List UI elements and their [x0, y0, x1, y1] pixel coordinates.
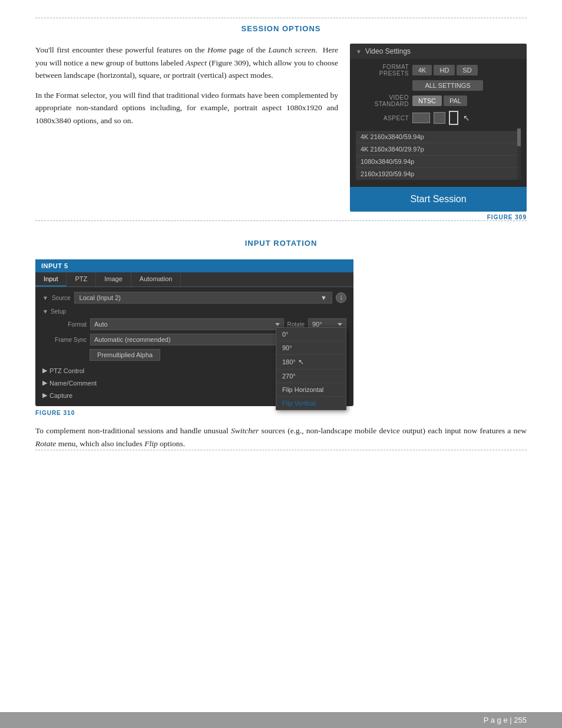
- format-list: 4K 2160x3840/59.94p 4K 2160x3840/29.97p …: [356, 131, 521, 180]
- video-standard-label: VIDEO STANDARD: [356, 94, 409, 107]
- scrollbar[interactable]: [517, 129, 521, 180]
- input-rotation-section: INPUT ROTATION INPUT 5 Input PTZ Image A…: [35, 233, 527, 450]
- video-standard-buttons: NTSC PAL: [412, 95, 467, 106]
- input5-header: INPUT 5: [35, 259, 353, 272]
- format-item-2[interactable]: 1080x3840/59.94p: [356, 156, 521, 168]
- btn-hd[interactable]: HD: [434, 65, 455, 75]
- format-list-wrapper: 4K 2160x3840/59.94p 4K 2160x3840/29.97p …: [356, 129, 521, 180]
- vs-header: ▼ Video Settings: [350, 44, 527, 59]
- format-item-1[interactable]: 4K 2160x3840/29.97p: [356, 143, 521, 156]
- aspect-row: ASPECT ↖: [356, 111, 521, 125]
- page-number: P a g e | 255: [484, 716, 527, 724]
- start-session-button[interactable]: Start Session: [350, 187, 527, 212]
- btn-sd[interactable]: SD: [457, 65, 477, 75]
- setup-header: ▼ Setup: [42, 308, 346, 315]
- btn-4k[interactable]: 4K: [412, 65, 432, 75]
- ptz-control-label: PTZ Control: [49, 367, 84, 374]
- rotate-option-1[interactable]: 90°: [276, 341, 346, 355]
- figure-310-caption: FIGURE 310: [35, 410, 527, 416]
- tab-ptz[interactable]: PTZ: [67, 272, 96, 286]
- format-presets-label: FORMAT PRESETS: [356, 64, 409, 77]
- framesync-value: Automatic (recommended): [94, 336, 171, 343]
- input5-panel: INPUT 5 Input PTZ Image Automation ▼ Sou…: [35, 259, 353, 406]
- video-settings-panel: ▼ Video Settings FORMAT PRESETS 4K HD SD: [350, 44, 527, 220]
- setup-collapse-icon[interactable]: ▼: [42, 308, 48, 315]
- vs-collapse-arrow[interactable]: ▼: [356, 48, 362, 55]
- ptz-collapse-icon: ▶: [42, 367, 47, 374]
- source-value[interactable]: Local (Input 2) ▼: [74, 292, 332, 304]
- tab-image[interactable]: Image: [96, 272, 131, 286]
- setup-label: Setup: [51, 308, 66, 315]
- video-standard-row: VIDEO STANDARD NTSC PAL: [356, 94, 521, 107]
- cursor-icon: ↖: [463, 113, 470, 123]
- session-options-section: SESSION OPTIONS You'll first encounter t…: [35, 18, 527, 221]
- source-label: ▼: [42, 295, 48, 301]
- page-footer: P a g e | 255: [0, 712, 562, 728]
- rotate-dropdown-arrow: [338, 323, 342, 326]
- btn-pal[interactable]: PAL: [444, 95, 467, 106]
- name-comment-label: Name/Comment: [49, 380, 97, 387]
- capture-label: Capture: [49, 392, 72, 399]
- vs-container: ▼ Video Settings FORMAT PRESETS 4K HD SD: [350, 44, 527, 212]
- rotate-option-3[interactable]: 270°: [276, 370, 346, 383]
- btn-all-settings[interactable]: ALL SETTINGS: [412, 80, 483, 91]
- vs-body: FORMAT PRESETS 4K HD SD ALL SETTINGS: [350, 59, 527, 185]
- bottom-paragraph: To complement non-traditional sessions a…: [35, 424, 527, 450]
- aspect-portrait-icon[interactable]: [449, 111, 458, 125]
- scrollbar-thumb[interactable]: [517, 129, 521, 146]
- aspect-label: ASPECT: [356, 115, 409, 121]
- section-title-session-options: SESSION OPTIONS: [35, 18, 527, 38]
- section-title-input-rotation: INPUT ROTATION: [35, 233, 527, 252]
- rotate-label: Rotate: [287, 321, 305, 328]
- format-item-0[interactable]: 4K 2160x3840/59.94p: [356, 131, 521, 143]
- format-field-label: Format: [42, 321, 87, 328]
- paragraph-1: You'll first encounter these powerful fe…: [35, 44, 338, 82]
- source-row: ▼ Source Local (Input 2) ▼ i: [42, 292, 346, 304]
- btn-ntsc[interactable]: NTSC: [412, 95, 442, 106]
- format-item-3[interactable]: 2160x1920/59.94p: [356, 168, 521, 180]
- name-comment-collapse-icon: ▶: [42, 379, 47, 387]
- paragraph-2: In the Format selector, you will find th…: [35, 89, 338, 127]
- input5-tabs: Input PTZ Image Automation: [35, 272, 353, 287]
- format-field[interactable]: Auto: [90, 318, 284, 330]
- rotate-option-2[interactable]: 180° ↖: [276, 355, 346, 370]
- tab-automation[interactable]: Automation: [131, 272, 181, 286]
- tab-input[interactable]: Input: [35, 272, 67, 286]
- vs-header-label: Video Settings: [365, 47, 411, 55]
- capture-collapse-icon: ▶: [42, 391, 47, 399]
- format-presets-row: FORMAT PRESETS 4K HD SD: [356, 64, 521, 77]
- info-button[interactable]: i: [336, 292, 346, 303]
- aspect-landscape-icon[interactable]: [412, 113, 430, 123]
- aspect-square-icon[interactable]: [434, 112, 445, 124]
- rotate-dropdown-menu[interactable]: 0° 90° 180° ↖ 270° Flip Horizontal Flip …: [276, 327, 346, 410]
- premult-button[interactable]: Premultiplied Alpha: [90, 349, 160, 361]
- all-settings-row: ALL SETTINGS: [356, 80, 521, 91]
- input5-body: ▼ Source Local (Input 2) ▼ i ▼ Setup For…: [35, 287, 353, 406]
- rotate-option-0[interactable]: 0°: [276, 328, 346, 341]
- framesync-label: Frame Sync: [42, 337, 87, 343]
- rotate-option-flip-v[interactable]: Flip Vertical: [276, 397, 346, 410]
- rotate-option-flip-h[interactable]: Flip Horizontal: [276, 383, 346, 397]
- session-options-text: You'll first encounter these powerful fe…: [35, 44, 338, 220]
- format-dropdown-arrow: [275, 323, 280, 326]
- format-value: Auto: [94, 321, 108, 328]
- source-text-label: Source: [52, 295, 71, 301]
- figure-309-caption: FIGURE 309: [350, 214, 527, 220]
- format-preset-buttons: 4K HD SD: [412, 65, 478, 75]
